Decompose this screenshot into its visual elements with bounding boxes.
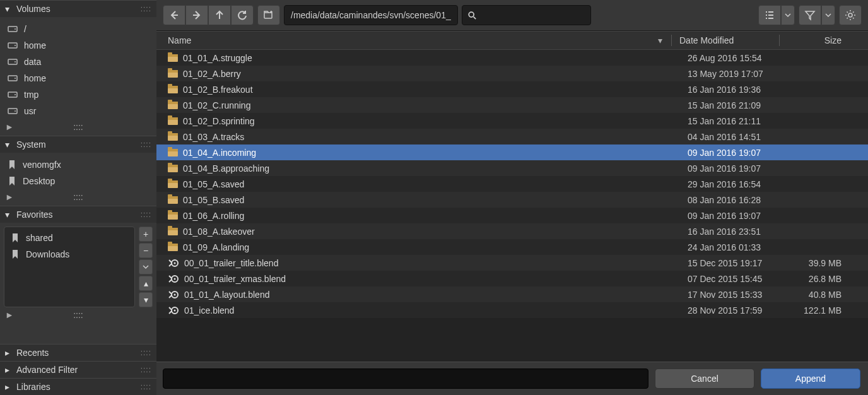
cancel-button[interactable]: Cancel [655, 368, 754, 389]
column-separator[interactable] [671, 35, 672, 46]
disk-icon [8, 90, 18, 99]
favorite-item[interactable]: shared [7, 230, 132, 246]
path-input[interactable] [284, 5, 458, 25]
panel-volumes-body: /homedatahometmpusr [0, 17, 156, 123]
panel-system-body: venomgfxDesktop [0, 153, 156, 193]
file-row[interactable]: 01_05_B.saved08 Jan 2016 16:28 [156, 192, 868, 208]
display-mode-button[interactable] [758, 5, 781, 25]
file-date: 24 Jan 2016 01:33 [688, 242, 787, 252]
search-box[interactable] [462, 5, 591, 25]
file-row[interactable]: 01_05_A.saved29 Jan 2016 16:54 [156, 176, 868, 192]
file-date: 08 Jan 2016 16:28 [688, 195, 787, 205]
panel-libraries-title: Libraries [16, 382, 50, 392]
drag-grip-icon[interactable]: :::: [141, 382, 151, 391]
drag-grip-icon[interactable]: :::: [73, 310, 83, 320]
favorites-more-row: ► :::: [0, 307, 156, 321]
panel-system-header[interactable]: ▾ System :::: [0, 136, 156, 153]
column-separator[interactable] [779, 35, 780, 46]
file-row[interactable]: 01_ice.blend28 Nov 2015 17:59122.1 MB [156, 302, 868, 318]
system-item[interactable]: Desktop [4, 173, 153, 189]
file-name: 01_04_B.approaching [183, 163, 269, 174]
bookmark-icon [11, 233, 20, 243]
drag-grip-icon[interactable]: :::: [141, 348, 151, 357]
file-row[interactable]: 01_04_B.approaching09 Jan 2016 19:07 [156, 160, 868, 176]
move-up-button[interactable]: ▴ [139, 276, 153, 291]
column-header-name[interactable]: Name ▾ [168, 35, 671, 45]
drag-grip-icon[interactable]: :::: [73, 192, 83, 202]
expand-icon[interactable]: ► [5, 310, 14, 320]
file-row[interactable]: 00_01_trailer_xmas.blend07 Dec 2015 15:4… [156, 271, 868, 286]
file-date: 07 Dec 2015 15:45 [688, 274, 787, 284]
file-row[interactable]: 00_01_trailer_title.blend15 Dec 2015 19:… [156, 255, 868, 271]
drag-grip-icon[interactable]: :::: [141, 4, 151, 13]
system-item[interactable]: venomgfx [4, 156, 153, 173]
item-label: home [24, 40, 46, 50]
search-input[interactable] [481, 10, 585, 20]
panel-recents-header[interactable]: ▸ Recents :::: [0, 344, 156, 361]
append-button[interactable]: Append [761, 368, 860, 389]
file-name: 01_09_A.landing [183, 242, 249, 252]
file-list[interactable]: 01_01_A.struggle26 Aug 2016 15:5401_02_A… [156, 50, 868, 362]
file-row[interactable]: 01_09_A.landing24 Jan 2016 01:33 [156, 239, 868, 255]
drag-grip-icon[interactable]: :::: [141, 140, 151, 149]
file-name: 01_02_A.berry [183, 69, 241, 79]
file-date: 28 Nov 2015 17:59 [688, 305, 787, 315]
search-icon [467, 10, 476, 20]
filter-dropdown[interactable] [821, 5, 835, 25]
file-row[interactable]: 01_04_A.incoming09 Jan 2016 19:07 [156, 144, 868, 160]
svg-rect-12 [264, 13, 272, 18]
filename-input[interactable] [163, 368, 648, 389]
volume-item[interactable]: data [4, 54, 153, 70]
panel-volumes-header[interactable]: ▾ Volumes :::: [0, 0, 156, 17]
move-down-button[interactable]: ▾ [139, 292, 153, 307]
file-row[interactable]: 01_08_A.takeover16 Jan 2016 23:51 [156, 223, 868, 239]
drag-grip-icon[interactable]: :::: [141, 210, 151, 219]
filter-group [799, 5, 835, 25]
display-mode-dropdown[interactable] [781, 5, 795, 25]
filter-button[interactable] [799, 5, 821, 25]
panel-favorites-header[interactable]: ▾ Favorites :::: [0, 206, 156, 223]
expand-icon[interactable]: ► [5, 192, 14, 202]
expand-icon[interactable]: ► [5, 122, 14, 132]
panel-favorites-body: sharedDownloads + − ▴ ▾ [0, 223, 156, 311]
file-row[interactable]: 01_02_C.running15 Jan 2016 21:09 [156, 97, 868, 113]
file-name: 01_04_A.incoming [183, 148, 256, 158]
file-row[interactable]: 01_02_B.freakout16 Jan 2016 19:36 [156, 81, 868, 97]
drag-grip-icon[interactable]: :::: [141, 365, 151, 374]
favorites-sidebuttons: + − ▴ ▾ [139, 227, 153, 307]
new-folder-button[interactable] [257, 5, 280, 25]
drag-grip-icon[interactable]: :::: [73, 122, 83, 132]
favorite-item[interactable]: Downloads [7, 246, 132, 262]
remove-favorite-button[interactable]: − [139, 243, 153, 258]
panel-advfilter-title: Advanced Filter [16, 365, 78, 375]
panel-volumes-title: Volumes [16, 4, 50, 14]
volume-item[interactable]: usr [4, 103, 153, 119]
disclosure-icon: ▾ [5, 4, 14, 14]
svg-point-16 [174, 262, 176, 264]
panel-libraries-header[interactable]: ▸ Libraries :::: [0, 378, 156, 395]
panel-advfilter-header[interactable]: ▸ Advanced Filter :::: [0, 361, 156, 378]
folder-icon [168, 149, 178, 156]
column-header-date[interactable]: Date Modified [679, 35, 779, 45]
settings-button[interactable] [839, 5, 862, 25]
volume-item[interactable]: / [4, 21, 153, 37]
back-button[interactable] [163, 5, 185, 25]
column-header-row: Name ▾ Date Modified Size [156, 31, 868, 50]
forward-button[interactable] [185, 5, 208, 25]
file-row[interactable]: 01_01_A.struggle26 Aug 2016 15:54 [156, 50, 868, 66]
add-favorite-button[interactable]: + [139, 227, 153, 242]
favorites-menu-button[interactable] [139, 259, 153, 274]
file-row[interactable]: 01_02_A.berry13 May 2019 17:07 [156, 66, 868, 81]
item-label: data [24, 57, 41, 67]
parent-button[interactable] [208, 5, 231, 25]
column-header-size[interactable]: Size [787, 35, 857, 45]
file-row[interactable]: 01_02_D.sprinting15 Jan 2016 21:11 [156, 113, 868, 129]
volume-item[interactable]: home [4, 70, 153, 86]
main: Name ▾ Date Modified Size 01_01_A.strugg… [156, 0, 868, 395]
file-row[interactable]: 01_01_A.layout.blend17 Nov 2015 15:3340.… [156, 286, 868, 302]
file-row[interactable]: 01_06_A.rolling09 Jan 2016 19:07 [156, 208, 868, 223]
refresh-button[interactable] [231, 5, 254, 25]
file-row[interactable]: 01_03_A.tracks04 Jan 2016 14:51 [156, 129, 868, 144]
volume-item[interactable]: tmp [4, 86, 153, 103]
volume-item[interactable]: home [4, 37, 153, 54]
